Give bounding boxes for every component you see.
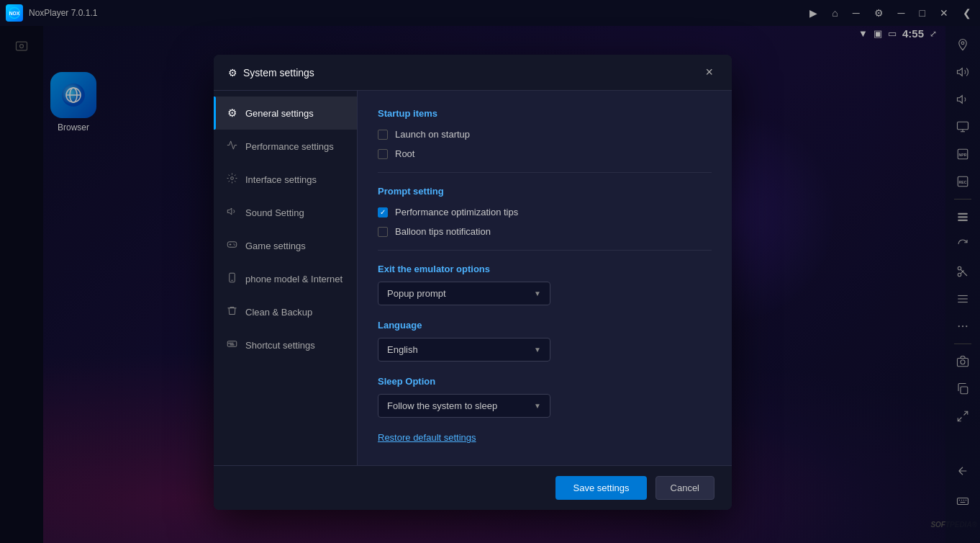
exit-options-row: Exit the emulator options Popup prompt ▼ — [378, 264, 712, 305]
sidebar-item-performance[interactable]: Performance settings — [214, 130, 357, 163]
svg-point-42 — [230, 177, 233, 180]
toolbar-refresh-icon[interactable] — [948, 231, 977, 257]
svg-rect-19 — [958, 216, 968, 217]
clean-settings-icon — [225, 305, 238, 318]
toolbar-map-icon[interactable] — [948, 32, 977, 58]
svg-rect-11 — [958, 122, 968, 130]
sidebar-item-sound[interactable]: Sound Setting — [214, 196, 357, 229]
play-icon[interactable]: ▶ — [807, 6, 820, 20]
svg-point-47 — [233, 243, 234, 244]
settings-icon[interactable]: ⚙ — [871, 6, 886, 20]
sidebar-interface-label: Interface settings — [245, 174, 317, 185]
section-divider-1 — [378, 172, 712, 173]
performance-settings-icon — [225, 140, 238, 153]
app-logo: NOX — [6, 4, 23, 22]
perf-tips-checkbox[interactable] — [378, 207, 388, 217]
cancel-button[interactable]: Cancel — [655, 476, 714, 500]
back-nav-icon[interactable]: ❮ — [960, 6, 974, 20]
language-arrow: ▼ — [534, 346, 541, 354]
svg-marker-10 — [958, 96, 963, 104]
svg-point-30 — [966, 326, 967, 327]
exit-options-dropdown[interactable]: Popup prompt ▼ — [378, 282, 550, 305]
root-label: Root — [395, 148, 414, 159]
exit-options-arrow: ▼ — [534, 290, 541, 297]
svg-point-21 — [958, 266, 961, 270]
close-icon[interactable]: ✕ — [937, 6, 951, 20]
home-icon[interactable]: ⌂ — [829, 6, 840, 20]
sleep-row: Sleep Option Follow the system to sleep … — [378, 376, 712, 418]
svg-text:NOX: NOX — [9, 11, 20, 16]
sidebar-item-game[interactable]: Game settings — [214, 229, 357, 262]
svg-rect-36 — [958, 498, 968, 505]
maximize-icon[interactable]: □ — [917, 6, 928, 20]
toolbar-npm-icon[interactable]: NPR — [948, 141, 977, 167]
sleep-dropdown[interactable]: Follow the system to sleep ▼ — [378, 394, 550, 418]
launch-startup-checkbox[interactable] — [378, 130, 388, 140]
svg-rect-52 — [228, 343, 230, 344]
startup-section-title: Startup items — [378, 108, 712, 119]
toolbar-camera-icon[interactable] — [948, 349, 977, 374]
sidebar-general-label: General settings — [245, 108, 314, 119]
settings-content: Startup items Launch on startup Root Pro… — [358, 91, 732, 465]
sidebar-item-interface[interactable]: Interface settings — [214, 163, 357, 196]
modal-close-button[interactable]: × — [701, 63, 717, 81]
settings-sidebar: ⚙ General settings Performance settings … — [214, 91, 358, 465]
right-toolbar: NPR REC — [945, 26, 980, 543]
exit-options-label: Exit the emulator options — [378, 264, 712, 274]
toolbar-rec-icon[interactable]: REC — [948, 169, 977, 194]
language-value: English — [387, 344, 418, 355]
toolbar-back-icon[interactable] — [948, 458, 977, 484]
toolbar-volume-up-icon[interactable] — [948, 59, 977, 85]
launch-startup-row: Launch on startup — [378, 129, 712, 140]
toolbar-keyboard-icon[interactable] — [948, 488, 977, 514]
svg-rect-44 — [227, 242, 237, 248]
sidebar-item-general[interactable]: ⚙ General settings — [214, 97, 357, 130]
general-settings-icon: ⚙ — [225, 107, 238, 120]
modal-title-group: ⚙ System settings — [228, 67, 314, 78]
perf-tips-label: Performance optimization tips — [395, 207, 518, 217]
save-settings-button[interactable]: Save settings — [555, 476, 646, 500]
perf-tips-row: Performance optimization tips — [378, 207, 712, 217]
toolbar-scissors-icon[interactable] — [948, 259, 977, 284]
phone-settings-icon — [225, 272, 238, 285]
toolbar-volume-down-icon[interactable] — [948, 86, 977, 112]
modal-footer: Save settings Cancel — [214, 465, 732, 510]
svg-marker-43 — [227, 208, 232, 215]
balloon-checkbox[interactable] — [378, 227, 388, 237]
app-title: NoxPlayer 7.0.1.1 — [29, 8, 97, 18]
svg-line-34 — [964, 411, 968, 415]
sidebar-item-clean[interactable]: Clean & Backup — [214, 295, 357, 328]
sleep-arrow: ▼ — [534, 402, 541, 410]
modal-body: ⚙ General settings Performance settings … — [214, 91, 732, 465]
svg-point-28 — [958, 326, 960, 327]
svg-rect-54 — [232, 343, 233, 344]
sidebar-shortcut-label: Shortcut settings — [245, 340, 315, 351]
modal-overlay: ⚙ System settings × ⚙ General settings P… — [0, 26, 945, 543]
root-checkbox[interactable] — [378, 149, 388, 159]
language-label: Language — [378, 320, 712, 331]
minimize-icon[interactable]: ─ — [850, 6, 863, 20]
modal-header: ⚙ System settings × — [214, 55, 732, 91]
sidebar-item-phone[interactable]: phone model & Internet — [214, 262, 357, 295]
system-settings-modal: ⚙ System settings × ⚙ General settings P… — [214, 55, 732, 510]
sidebar-performance-label: Performance settings — [245, 141, 334, 152]
svg-point-8 — [961, 42, 964, 45]
restore-defaults-link[interactable]: Restore default settings — [378, 432, 712, 443]
interface-settings-icon — [225, 173, 238, 186]
toolbar-menu-icon[interactable] — [948, 286, 977, 312]
section-divider-2 — [378, 250, 712, 251]
toolbar-separator-1 — [954, 199, 971, 199]
toolbar-display-icon[interactable] — [948, 114, 977, 140]
sidebar-sound-label: Sound Setting — [245, 207, 304, 218]
minimize-window-icon[interactable]: ─ — [895, 6, 908, 20]
root-row: Root — [378, 148, 712, 159]
sidebar-item-shortcut[interactable]: Shortcut settings — [214, 328, 357, 362]
titlebar-left: NOX NoxPlayer 7.0.1.1 — [6, 4, 97, 22]
language-dropdown[interactable]: English ▼ — [378, 338, 550, 362]
toolbar-fullscreen-icon[interactable] — [948, 403, 977, 429]
toolbar-more-icon[interactable] — [948, 313, 977, 339]
toolbar-list-icon[interactable] — [948, 204, 977, 230]
balloon-label: Balloon tips notification — [395, 226, 491, 237]
prompt-section-title: Prompt setting — [378, 186, 712, 197]
toolbar-copy-icon[interactable] — [948, 376, 977, 402]
